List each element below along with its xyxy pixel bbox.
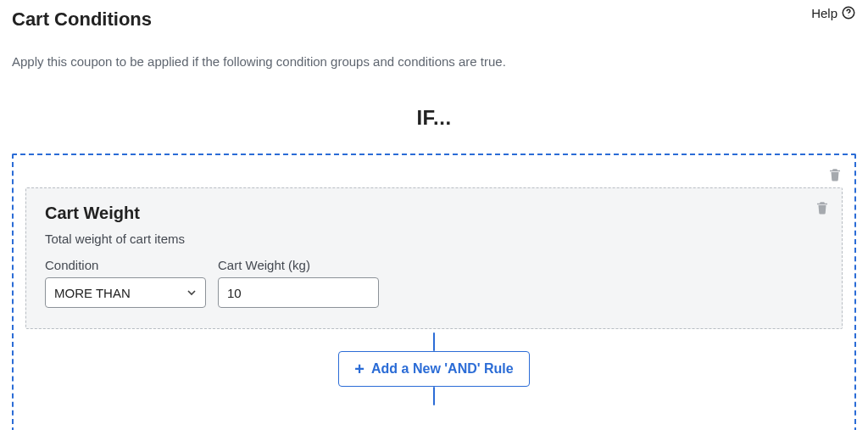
condition-group: Cart Weight Total weight of cart items C… bbox=[12, 154, 856, 430]
description-text: Apply this coupon to be applied if the f… bbox=[12, 54, 856, 69]
page-title: Cart Conditions bbox=[12, 8, 152, 31]
weight-label: Cart Weight (kg) bbox=[218, 258, 379, 272]
chevron-down-icon bbox=[185, 286, 198, 299]
connector-line bbox=[433, 332, 435, 351]
trash-icon[interactable] bbox=[815, 200, 830, 215]
connector: + Add a New 'AND' Rule bbox=[25, 332, 843, 405]
condition-select[interactable]: MORE THAN bbox=[45, 277, 206, 308]
plus-icon: + bbox=[354, 360, 364, 377]
condition-value: MORE THAN bbox=[54, 286, 131, 300]
condition-label: Condition bbox=[45, 258, 206, 272]
help-icon bbox=[841, 5, 856, 20]
trash-icon[interactable] bbox=[827, 167, 843, 182]
svg-point-1 bbox=[849, 15, 849, 16]
add-rule-label: Add a New 'AND' Rule bbox=[371, 361, 514, 377]
weight-input[interactable] bbox=[218, 277, 379, 308]
help-link[interactable]: Help bbox=[811, 5, 856, 20]
add-and-rule-button[interactable]: + Add a New 'AND' Rule bbox=[338, 351, 529, 387]
connector-line bbox=[433, 387, 435, 405]
if-heading: IF... bbox=[12, 106, 856, 130]
rule-description: Total weight of cart items bbox=[45, 232, 823, 246]
rule-cart-weight: Cart Weight Total weight of cart items C… bbox=[25, 187, 843, 329]
rule-title: Cart Weight bbox=[45, 204, 823, 223]
help-label: Help bbox=[811, 6, 837, 20]
